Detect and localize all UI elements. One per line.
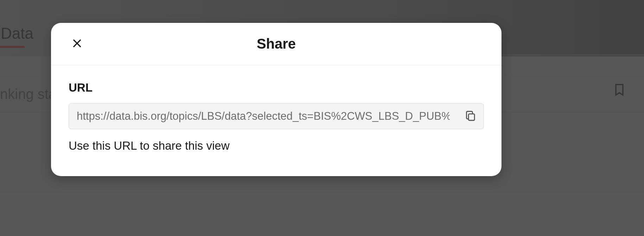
copy-button[interactable]: [457, 104, 484, 129]
close-button[interactable]: [69, 36, 86, 52]
url-field-row: [69, 103, 484, 129]
url-input[interactable]: [69, 104, 457, 129]
close-icon: [71, 38, 83, 50]
dialog-body: URL Use this URL to share this view: [51, 65, 501, 167]
share-dialog: Share URL Use this URL to share this vie…: [51, 23, 501, 176]
url-hint: Use this URL to share this view: [69, 139, 484, 153]
url-label: URL: [69, 81, 484, 94]
dialog-title: Share: [257, 36, 296, 52]
svg-rect-2: [468, 114, 474, 120]
dialog-header: Share: [51, 23, 501, 65]
copy-icon: [465, 110, 476, 123]
